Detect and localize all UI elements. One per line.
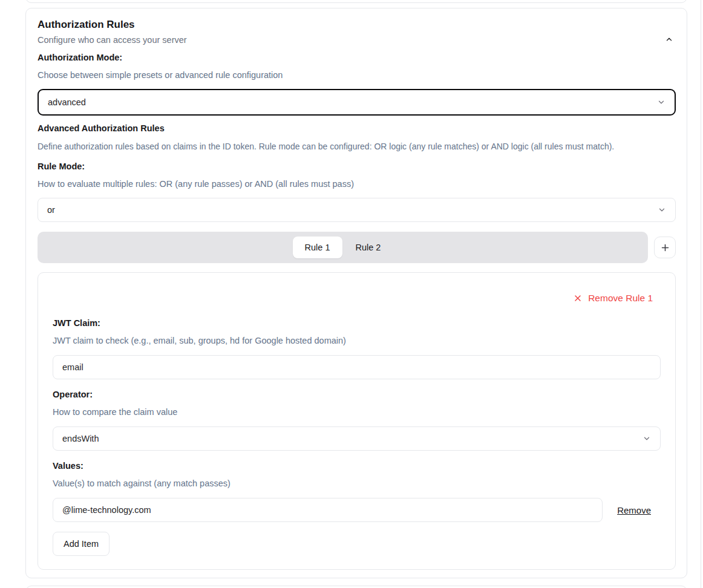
advanced-rules-description: Define authorization rules based on clai…	[38, 140, 676, 152]
authorization-mode-description: Choose between simple presets or advance…	[38, 69, 676, 81]
card-subtitle: Configure who can access your server	[38, 34, 676, 46]
jwt-claim-description: JWT claim to check (e.g., email, sub, gr…	[53, 335, 661, 347]
authorization-mode-value: advanced	[48, 97, 86, 107]
rule-mode-value: or	[47, 205, 55, 215]
remove-rule-row: Remove Rule 1	[53, 292, 661, 304]
collapse-section-button[interactable]	[661, 31, 677, 47]
rule-tabs-row: Rule 1 Rule 2	[38, 232, 676, 263]
next-card-edge	[25, 586, 687, 588]
value-input[interactable]	[53, 498, 603, 522]
jwt-claim-label: JWT Claim:	[53, 317, 661, 329]
chevron-down-icon	[643, 434, 651, 443]
rule-mode-select[interactable]: or	[38, 198, 676, 222]
authorization-mode-select[interactable]: advanced	[38, 89, 676, 116]
add-item-button[interactable]: Add Item	[53, 532, 110, 556]
value-item-row: Remove	[53, 498, 661, 522]
rule-mode-description: How to evaluate multiple rules: OR (any …	[38, 178, 676, 190]
page-title: Authorization Rules	[38, 18, 676, 32]
tab-rule-1[interactable]: Rule 1	[293, 237, 342, 258]
rule-1-panel: Remove Rule 1 JWT Claim: JWT claim to ch…	[38, 272, 676, 570]
rule-mode-label: Rule Mode:	[38, 160, 676, 172]
previous-card-edge	[25, 0, 687, 3]
authorization-mode-label: Authorization Mode:	[38, 51, 676, 64]
remove-rule-label: Remove Rule 1	[588, 292, 653, 304]
content-right-border	[701, 0, 701, 588]
values-description: Value(s) to match against (any match pas…	[53, 477, 661, 489]
values-label: Values:	[53, 460, 661, 472]
chevron-down-icon	[657, 98, 665, 106]
authorization-rules-card: Authorization Rules Configure who can ac…	[25, 8, 687, 578]
chevron-up-icon	[665, 35, 673, 44]
add-rule-button[interactable]	[654, 237, 676, 258]
tab-rule-2[interactable]: Rule 2	[344, 237, 393, 258]
rule-tabs-list: Rule 1 Rule 2	[38, 232, 648, 263]
x-icon	[573, 293, 583, 303]
operator-select[interactable]: endsWith	[53, 426, 661, 451]
operator-value: endsWith	[62, 434, 99, 443]
remove-rule-button[interactable]: Remove Rule 1	[573, 292, 661, 304]
chevron-down-icon	[658, 206, 666, 214]
advanced-rules-label: Advanced Authorization Rules	[38, 122, 676, 134]
remove-value-link[interactable]: Remove	[617, 505, 651, 515]
operator-label: Operator:	[53, 388, 661, 400]
plus-icon	[660, 243, 670, 253]
jwt-claim-input[interactable]	[53, 355, 661, 379]
operator-description: How to compare the claim value	[53, 406, 661, 418]
